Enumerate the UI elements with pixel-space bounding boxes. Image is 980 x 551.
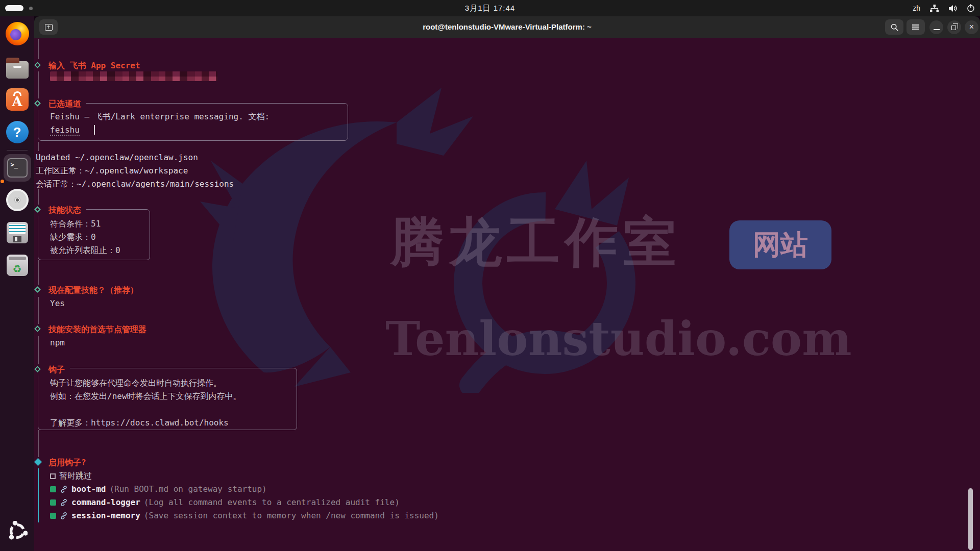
search-icon [891, 23, 898, 31]
gutter-line [38, 71, 39, 98]
help-icon[interactable]: ? [6, 121, 29, 143]
skill-stat: 被允许列表阻止：0 [50, 245, 120, 256]
close-icon: × [969, 23, 974, 31]
gutter-line [38, 189, 39, 205]
terminal-window: root@tenlonstudio-VMware-Virtual-Platfor… [34, 16, 980, 551]
gutter-line [38, 336, 39, 364]
step-heading-node-manager: 技能安装的首选节点管理器 [34, 324, 152, 335]
channel-description: Feishu — 飞书/Lark enterprise messaging. 文… [50, 111, 270, 122]
close-button[interactable]: × [965, 20, 978, 34]
terminal-icon[interactable]: >_ [4, 154, 31, 182]
checkbox-checked-icon [50, 499, 56, 506]
option-hook[interactable]: boot-md (Run BOOT.md on gateway startup) [50, 484, 267, 495]
text-cursor [94, 125, 95, 135]
volume-icon[interactable] [948, 5, 958, 12]
status-line: Updated ~/.openclaw/openclaw.json [36, 152, 198, 163]
node-manager-answer: npm [50, 337, 65, 348]
step-heading-hooks: 钩子 [34, 364, 70, 375]
diamond-icon [34, 100, 41, 107]
skill-stat: 符合条件：51 [50, 218, 101, 230]
status-line: 工作区正常：~/.openclaw/workspace [36, 165, 188, 177]
gutter-line [38, 260, 39, 285]
diamond-icon [34, 206, 41, 213]
clock[interactable]: 3月1日 17:44 [0, 0, 980, 16]
gutter-line [38, 39, 39, 59]
redacted-secret-value [50, 71, 217, 81]
diamond-icon [34, 286, 41, 293]
checkbox-checked-icon [50, 513, 56, 519]
restore-icon [951, 26, 956, 30]
power-icon[interactable] [967, 4, 975, 12]
minimize-icon [934, 29, 940, 30]
window-titlebar[interactable]: root@tenlonstudio-VMware-Virtual-Platfor… [34, 16, 980, 38]
hooks-info-line: 钩子让您能够在代理命令发出时自动执行操作。 [50, 378, 222, 389]
option-hook[interactable]: command-logger (Log all command events t… [50, 497, 400, 508]
option-hook[interactable]: session-memory (Save session context to … [50, 510, 439, 521]
checkbox-checked-icon [50, 486, 56, 492]
step-heading-app-secret: 输入 飞书 App Secret [34, 60, 145, 71]
dock-separator [7, 150, 28, 151]
disc-icon[interactable] [6, 189, 29, 211]
menu-button[interactable] [906, 19, 925, 35]
gutter-line-active [38, 467, 39, 522]
firefox-icon[interactable] [6, 22, 29, 45]
hooks-info-line: 了解更多：https://docs.clawd.bot/hooks [50, 417, 229, 429]
app-center-icon[interactable]: A [6, 88, 29, 111]
option-skip[interactable]: 暂时跳过 [50, 470, 92, 482]
active-diamond-icon [34, 458, 42, 466]
skill-stat: 缺少需求：0 [50, 232, 96, 243]
restore-button[interactable] [947, 20, 961, 34]
studio-watermark-text: 腾龙工作室 [390, 207, 681, 279]
scrollbar-thumb[interactable] [968, 488, 973, 550]
link-icon [60, 498, 68, 507]
diamond-icon [34, 325, 41, 332]
dock: A ? >_ ♻ [0, 16, 34, 551]
ubuntu-logo-icon[interactable] [7, 521, 28, 543]
diamond-icon [34, 366, 41, 372]
window-title: root@tenlonstudio-VMware-Virtual-Platfor… [34, 16, 980, 38]
domain-watermark-text: Tenlonstudio.com [385, 311, 852, 366]
files-icon[interactable] [6, 57, 29, 79]
configure-answer: Yes [50, 298, 65, 309]
step-heading-configure-skills: 现在配置技能？（推荐） [34, 285, 143, 296]
link-icon [60, 512, 68, 520]
channel-value: feishu [50, 124, 80, 136]
step-heading-channel: 已选通道 [34, 98, 86, 110]
hamburger-icon [912, 24, 919, 30]
gutter-line [38, 430, 39, 457]
keyboard-layout-indicator[interactable]: zh [913, 4, 920, 12]
hooks-info-line: 例如：在您发出/new时将会话上下文保存到内存中。 [50, 391, 241, 402]
terminal-content[interactable]: 腾龙工作室 网站 Tenlonstudio.com 输入 飞书 App Secr… [34, 38, 980, 551]
step-heading-skill-status: 技能状态 [34, 205, 86, 216]
gutter-line [38, 297, 39, 324]
system-top-bar: 3月1日 17:44 zh [0, 0, 980, 16]
checkbox-unchecked-icon [50, 473, 56, 479]
text-editor-icon[interactable] [7, 222, 28, 243]
network-icon[interactable] [929, 5, 939, 12]
minimize-button[interactable] [929, 20, 943, 34]
search-button[interactable] [885, 19, 903, 35]
gutter-line [38, 142, 39, 151]
link-icon [60, 485, 68, 493]
question-enable-hooks: 启用钩子? [34, 457, 91, 468]
status-line: 会话正常：~/.openclaw/agents/main/sessions [36, 179, 234, 190]
diamond-icon [34, 62, 41, 68]
website-badge-watermark: 网站 [729, 220, 831, 269]
trash-icon[interactable]: ♻ [7, 255, 28, 276]
